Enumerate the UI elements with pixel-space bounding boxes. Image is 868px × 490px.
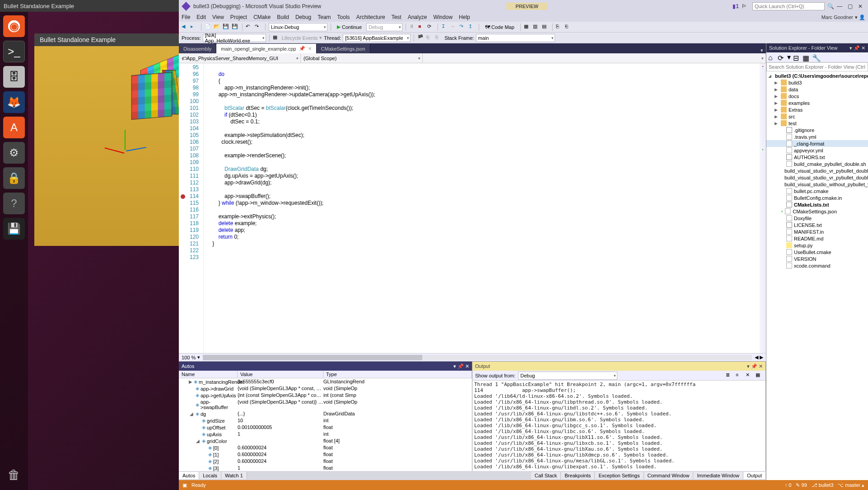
autos-row[interactable]: ◈app->drawGrid{void (SimpleOpenGL3App * … xyxy=(179,385,472,392)
software-center-icon[interactable]: A xyxy=(3,117,25,138)
autos-close-icon[interactable]: ✕ xyxy=(465,363,469,369)
tree-file[interactable]: build_cmake_pybullet_double.sh xyxy=(766,160,868,167)
sln-collapse-icon[interactable]: ⊟ xyxy=(793,54,800,61)
tabstrip-dropdown-icon[interactable]: ▾ xyxy=(758,47,766,53)
sln-home-icon[interactable]: ⌂ xyxy=(768,54,775,61)
tree-file[interactable]: _clang-format xyxy=(766,140,868,147)
terminal-icon[interactable]: >_ xyxy=(3,41,25,62)
code-map-button[interactable]: 🗺 Code Map xyxy=(482,24,517,30)
autos-grid[interactable]: ▶◈m_instancingRender0x555555c3ecf0GLInst… xyxy=(179,378,472,471)
tree-file[interactable]: Doxyfile xyxy=(766,215,868,221)
tab-disassembly[interactable]: Disassembly xyxy=(179,44,216,53)
autos-row[interactable]: ◢◈dg{...}DrawGridData xyxy=(179,410,472,417)
tree-file[interactable]: LICENSE.txt xyxy=(766,221,868,228)
tree-file[interactable]: xcode.command xyxy=(766,262,868,269)
tree-file[interactable]: appveyor.yml xyxy=(766,147,868,154)
stop-icon[interactable]: ■ xyxy=(418,24,425,31)
output-dropdown-icon[interactable]: ▾ xyxy=(747,363,750,369)
autos-row[interactable]: ◢◈gridColorfloat [4] xyxy=(179,438,472,444)
tree-folder[interactable]: ▶docs xyxy=(766,93,868,99)
tree-file[interactable]: setup.py xyxy=(766,242,868,249)
new-icon[interactable]: 📄 xyxy=(205,24,212,31)
autos-row[interactable]: ▶◈m_instancingRender0x555555c3ecf0GLInst… xyxy=(179,378,472,385)
show-next-icon[interactable]: → xyxy=(450,24,457,31)
solution-explorer-title[interactable]: Solution Explorer - Folder View ▾📌✕ xyxy=(766,43,868,52)
menu-file[interactable]: File xyxy=(182,14,190,20)
autos-col-type[interactable]: Type xyxy=(323,371,472,378)
status-publish-icon[interactable]: ↑ 0 xyxy=(785,482,792,488)
tree-file[interactable]: MANIFEST.in xyxy=(766,228,868,235)
tree-file[interactable]: .gitignore xyxy=(766,127,868,133)
menu-help[interactable]: Help xyxy=(459,14,470,20)
tree-file[interactable]: +CMakeSettings.json xyxy=(766,208,868,215)
bullet-example-window[interactable]: Bullet Standalone Example xyxy=(34,33,179,246)
process-dropdown[interactable]: [N/A] App_HelloWorld.exe xyxy=(203,34,266,42)
tb-misc1-icon[interactable]: ▦ xyxy=(524,24,531,31)
lifecycle-label[interactable]: Lifecycle Events xyxy=(282,35,317,41)
tree-file[interactable]: UseBullet.cmake xyxy=(766,249,868,255)
menu-debug[interactable]: Debug xyxy=(295,14,311,20)
menu-architecture[interactable]: Architecture xyxy=(356,14,385,20)
minimize-button[interactable]: — xyxy=(837,3,842,9)
tree-folder[interactable]: ▶examples xyxy=(766,99,868,106)
autos-row[interactable]: ◈gridSize10int xyxy=(179,417,472,424)
tb-misc2-icon[interactable]: ▥ xyxy=(533,24,540,31)
thread-dropdown[interactable]: [53616] AppBasicExample xyxy=(343,34,411,42)
save-icon[interactable]: 💾 xyxy=(223,24,230,31)
lock-icon[interactable]: 🔒 xyxy=(3,167,25,189)
navbar-scope-dropdown[interactable]: (Global Scope) xyxy=(301,53,423,63)
output-pin-icon[interactable]: 📌 xyxy=(751,363,757,369)
menu-cmake[interactable]: CMake xyxy=(253,14,271,20)
tree-file[interactable]: build_visual_studio_vr_pybullet_double_c… xyxy=(766,174,868,181)
config-dropdown[interactable]: Linux-Debug xyxy=(269,23,327,31)
tree-file[interactable]: BulletConfig.cmake.in xyxy=(766,194,868,201)
sln-showall-icon[interactable]: ▦ xyxy=(803,54,810,61)
autos-pin-icon[interactable]: 📌 xyxy=(457,363,464,369)
notifications-icon[interactable]: ▮1 xyxy=(733,3,739,9)
btab-locals[interactable]: Locals xyxy=(199,472,221,479)
btab-immediate-window[interactable]: Immediate Window xyxy=(693,472,743,479)
restart-icon[interactable]: ⟳ xyxy=(427,24,434,31)
output-close-icon[interactable]: ✕ xyxy=(759,363,763,369)
sln-pin-icon[interactable]: 📌 xyxy=(854,45,860,51)
tree-folder[interactable]: ▶test xyxy=(766,120,868,127)
tab-cmakesettings[interactable]: CMakeSettings.json xyxy=(317,44,370,53)
nav-back-icon[interactable]: ◀ xyxy=(182,24,189,31)
tree-folder[interactable]: ▶Extras xyxy=(766,106,868,113)
menu-view[interactable]: View xyxy=(212,14,224,20)
redo-icon[interactable]: ↷ xyxy=(255,24,262,31)
tree-file[interactable]: CMakeLists.txt xyxy=(766,201,868,208)
continue-button[interactable]: ▶ Continue xyxy=(334,24,364,30)
output-tb1-icon[interactable]: ≣ xyxy=(726,372,733,379)
autos-row[interactable]: ◈app->getUpAxis{int (const SimpleOpenGL3… xyxy=(179,392,472,399)
menu-tools[interactable]: Tools xyxy=(337,14,350,20)
sln-dropdown-icon[interactable]: ▾ xyxy=(849,45,852,51)
trash-icon[interactable]: 🗑 xyxy=(3,464,25,485)
code-editor[interactable]: 9596979899100101102103104105106107108109… xyxy=(179,63,766,353)
editor-vscrollbar[interactable] xyxy=(760,63,766,353)
nav-fwd-icon[interactable]: ▸ xyxy=(191,24,198,31)
zoom-level[interactable]: 100 % xyxy=(182,355,196,360)
autos-row[interactable]: ◈[0]0.600000024float xyxy=(179,444,472,451)
menu-test[interactable]: Test xyxy=(392,14,401,20)
editor-hscrollbar[interactable] xyxy=(203,355,752,360)
tree-folder[interactable]: ▶build3 xyxy=(766,79,868,86)
autos-col-value[interactable]: Value xyxy=(238,371,323,378)
sln-close-icon[interactable]: ✕ xyxy=(861,45,865,51)
btab-watch1[interactable]: Watch 1 xyxy=(221,472,247,479)
tree-file[interactable]: README.md xyxy=(766,235,868,242)
btab-output[interactable]: Output xyxy=(743,472,766,479)
tree-folder[interactable]: ▶data xyxy=(766,86,868,93)
menu-project[interactable]: Project xyxy=(230,14,247,20)
output-source-dropdown[interactable]: Debug xyxy=(518,372,617,380)
tb-misc4-icon[interactable]: ⎘ xyxy=(556,24,563,31)
autos-dropdown-icon[interactable]: ▾ xyxy=(453,363,456,369)
lifecycle-icon[interactable]: ▦ xyxy=(273,34,280,42)
autos-row[interactable]: ◈upOffset0.00100000005float xyxy=(179,424,472,431)
close-button[interactable]: ✕ xyxy=(858,3,863,9)
autos-row[interactable]: ◈upAxis1int xyxy=(179,431,472,438)
code-content[interactable]: do { app->m_instancingRenderer->init(); … xyxy=(204,63,766,353)
firefox-icon[interactable]: 🦊 xyxy=(3,91,25,113)
thread-icon[interactable]: ⎗ xyxy=(426,34,434,42)
tb-misc3-icon[interactable]: ▤ xyxy=(542,24,549,31)
